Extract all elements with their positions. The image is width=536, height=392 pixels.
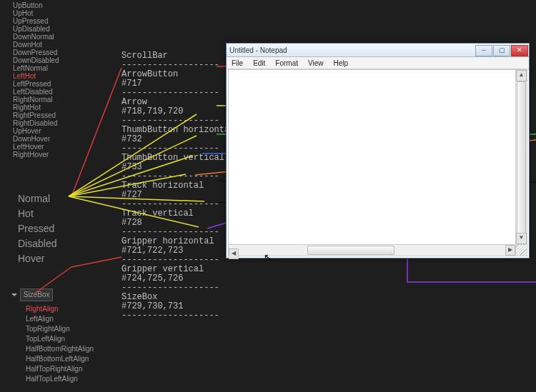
state-item: Normal: [18, 191, 56, 206]
tree-item[interactable]: RightHover: [13, 151, 59, 159]
maximize-button[interactable]: ▢: [493, 45, 510, 56]
tree-item[interactable]: UpButton: [13, 1, 59, 9]
state-item: Hover: [18, 251, 56, 266]
tree-item[interactable]: RightHot: [13, 104, 59, 111]
menu-item[interactable]: Format: [270, 59, 303, 67]
menu-item[interactable]: Edit: [248, 59, 270, 67]
window-title: Untitled - Notepad: [229, 46, 475, 54]
menu-item[interactable]: File: [227, 59, 248, 67]
scroll-thumb-vertical[interactable]: [517, 81, 526, 234]
tree-item[interactable]: RightPressed: [13, 111, 59, 119]
tree-item[interactable]: LeftNormal: [13, 64, 59, 72]
scroll-thumb-horizontal[interactable]: [307, 246, 394, 255]
size-grip[interactable]: [515, 244, 527, 256]
sizebox-header: SizeBox: [20, 288, 54, 301]
sizebox-item[interactable]: HalfBottomLeftAlign: [26, 354, 94, 364]
close-button[interactable]: ✕: [511, 45, 528, 56]
tree-item[interactable]: DownDisabled: [13, 56, 59, 64]
tree-item[interactable]: DownHover: [13, 135, 59, 143]
tree-item[interactable]: LeftPressed: [13, 80, 59, 88]
tree-item[interactable]: UpHover: [13, 127, 59, 135]
tree-item[interactable]: LeftHot: [13, 72, 59, 80]
menu-bar[interactable]: FileEditFormatViewHelp: [227, 57, 529, 69]
sizebox-item[interactable]: TopLeftAlign: [26, 334, 94, 344]
state-list: NormalHotPressedDisabledHover: [18, 191, 56, 266]
scroll-left-icon[interactable]: ◀: [229, 248, 239, 259]
scroll-up-icon[interactable]: ▲: [516, 70, 527, 81]
mouse-cursor-icon: ↖: [263, 251, 274, 263]
menu-item[interactable]: View: [303, 59, 329, 67]
tree-item[interactable]: DownPressed: [13, 49, 59, 56]
vertical-scrollbar[interactable]: ▲ ▼: [515, 69, 527, 245]
tree-item[interactable]: UpPressed: [13, 17, 59, 25]
tree-item[interactable]: LeftHover: [13, 143, 59, 151]
sizebox-item[interactable]: LeftAlign: [26, 314, 94, 324]
menu-item[interactable]: Help: [329, 59, 354, 67]
scroll-right-icon[interactable]: ▶: [505, 245, 515, 256]
notepad-window: Untitled - Notepad – ▢ ✕ FileEditFormatV…: [226, 43, 530, 258]
scroll-down-icon[interactable]: ▼: [516, 233, 527, 244]
state-tree: UpButtonUpHotUpPressedUpDisabledDownNorm…: [13, 1, 59, 159]
tree-item[interactable]: RightDisabled: [13, 119, 59, 127]
titlebar[interactable]: Untitled - Notepad – ▢ ✕: [227, 44, 529, 57]
minimize-button[interactable]: –: [475, 45, 492, 56]
sizebox-item[interactable]: RightAlign: [26, 304, 94, 314]
tree-item[interactable]: DownNormal: [13, 33, 59, 41]
sizebox-item[interactable]: HalfTopLeftAlign: [26, 374, 94, 384]
expand-icon: [11, 293, 17, 296]
sizebox-item[interactable]: HalfTopRightAlign: [26, 364, 94, 374]
tree-item[interactable]: DownHot: [13, 41, 59, 49]
state-item: Pressed: [18, 221, 56, 236]
sizebox-item[interactable]: HalfBottomRightAlign: [26, 344, 94, 354]
state-item: Hot: [18, 206, 56, 221]
sizebox-item[interactable]: TopRightAlign: [26, 324, 94, 334]
tree-item[interactable]: LeftDisabled: [13, 88, 59, 96]
text-area[interactable]: [228, 69, 516, 245]
tree-item[interactable]: RightNormal: [13, 96, 59, 104]
tree-item[interactable]: UpHot: [13, 9, 59, 17]
spec-list: ScrollBar ------------------- ArrowButto…: [121, 51, 234, 321]
tree-item[interactable]: UpDisabled: [13, 25, 59, 33]
sizebox-tree: SizeBox RightAlignLeftAlignTopRightAlign…: [13, 288, 94, 384]
state-item: Disabled: [18, 236, 56, 251]
